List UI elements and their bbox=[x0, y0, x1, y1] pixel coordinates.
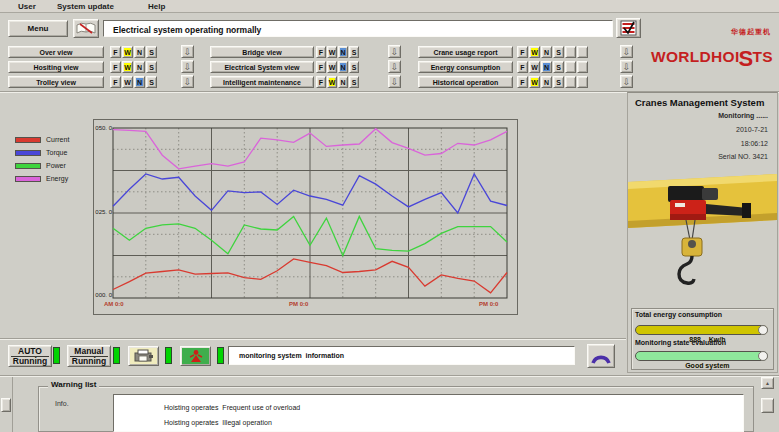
book-icon bbox=[75, 21, 97, 36]
legend-swatch-torque bbox=[15, 150, 41, 156]
status-text: Electrical system operating normally bbox=[113, 25, 261, 35]
warning-info-label: Info. bbox=[55, 400, 69, 407]
menu-user[interactable]: User bbox=[18, 2, 36, 11]
warning-list: Hoisting operates Frequent use of overlo… bbox=[113, 394, 744, 432]
monitoring-state-label: Monitoring state evaluation bbox=[635, 339, 726, 346]
toggle-w[interactable]: W bbox=[529, 61, 540, 73]
energy-evaluation-box: Total energy consumption 888 Kw/h Monito… bbox=[631, 308, 774, 370]
x-tick-left: AM 0:0 bbox=[104, 301, 124, 307]
legend-label-torque: Torque bbox=[46, 149, 67, 156]
y-tick-min: 000. 0 bbox=[94, 292, 112, 298]
toggle-blank[interactable] bbox=[577, 76, 588, 88]
gauge-button[interactable] bbox=[587, 344, 615, 368]
down-arrow-icon: ⇩ bbox=[623, 62, 631, 72]
toggle-blank[interactable] bbox=[577, 46, 588, 58]
toggle-w[interactable]: W bbox=[529, 46, 540, 58]
panel-title: Cranes Management System bbox=[635, 97, 764, 108]
alarm-person-icon bbox=[187, 349, 205, 364]
manual-running-button[interactable]: Manual Running bbox=[67, 345, 111, 367]
nav-button-energy-consumption[interactable]: Energy consumption bbox=[418, 61, 513, 73]
brand-logo-part: WORLDHOI bbox=[651, 48, 740, 65]
report-button[interactable] bbox=[616, 18, 641, 38]
serial-number-label: Serial NO. 3421 bbox=[718, 153, 768, 160]
x-tick-right: PM 0:0 bbox=[479, 301, 498, 307]
auto-status-indicator bbox=[53, 347, 60, 364]
date-label: 2010-7-21 bbox=[736, 126, 768, 133]
menu-help[interactable]: Help bbox=[148, 2, 165, 11]
alarm-button[interactable] bbox=[180, 346, 211, 366]
toggle-w[interactable]: W bbox=[529, 76, 540, 88]
energy-value-bar: 888 Kw/h bbox=[635, 325, 768, 335]
toggle-f[interactable]: F bbox=[517, 76, 528, 88]
monitoring-info-text: monitoring system information bbox=[239, 352, 344, 359]
manual-status-indicator bbox=[113, 347, 120, 364]
x-tick-mid: PM 0:0 bbox=[289, 301, 308, 307]
download-view-button[interactable]: ⇩ bbox=[620, 75, 633, 88]
report-check-icon bbox=[620, 20, 637, 36]
slider-knob-icon bbox=[758, 325, 768, 335]
menu-system-update[interactable]: System update bbox=[57, 2, 114, 11]
y-tick-mid: 025. 0 bbox=[94, 209, 112, 215]
trend-chart: 050. 0 025. 0 000. 0 AM 0:0 PM 0:0 PM 0:… bbox=[93, 119, 518, 315]
brand-logo-part: TS bbox=[752, 48, 772, 65]
toggle-blank[interactable] bbox=[565, 46, 576, 58]
menu-button[interactable]: Menu bbox=[8, 20, 68, 37]
toggle-blank[interactable] bbox=[565, 76, 576, 88]
manual-running-label: Running bbox=[68, 357, 110, 366]
total-energy-label: Total energy consumption bbox=[635, 311, 722, 318]
alarm-status-indicator bbox=[217, 347, 224, 364]
toggle-s[interactable]: S bbox=[553, 76, 564, 88]
splitter-handle[interactable] bbox=[1, 398, 11, 412]
divider bbox=[0, 338, 626, 340]
slider-knob-icon bbox=[758, 351, 768, 361]
warning-list-title: Warning list bbox=[48, 380, 99, 389]
legend-swatch-energy bbox=[15, 176, 41, 182]
legend-swatch-power bbox=[15, 163, 41, 169]
system-status-field[interactable]: Electrical system operating normally bbox=[103, 20, 613, 37]
scrollbar-thumb[interactable] bbox=[761, 398, 774, 413]
printer-icon bbox=[134, 349, 154, 363]
crane-hmi-window: { "menubar": { "items": ["User", "System… bbox=[0, 0, 779, 432]
toggle-f[interactable]: F bbox=[517, 61, 528, 73]
toggle-blank[interactable] bbox=[577, 61, 588, 73]
y-tick-max: 050. 0 bbox=[94, 125, 112, 131]
monitoring-status-label: Monitoring ...... bbox=[718, 112, 768, 119]
hoist-product-image bbox=[628, 168, 777, 303]
legend-swatch-current bbox=[15, 137, 41, 143]
monitoring-info-field[interactable]: monitoring system information bbox=[228, 346, 575, 365]
gauge-arch-icon bbox=[589, 348, 613, 366]
right-info-panel: Cranes Management System Monitoring ....… bbox=[627, 92, 778, 373]
divider bbox=[0, 375, 779, 377]
brand-logo: WORLDHOISTS bbox=[651, 42, 773, 68]
down-arrow-icon: ⇩ bbox=[623, 47, 631, 57]
download-view-button[interactable]: ⇩ bbox=[620, 60, 633, 73]
print-status-indicator bbox=[165, 347, 172, 364]
menubar: User System update Help bbox=[0, 0, 779, 13]
brand-chinese-text: 华德起重机 bbox=[731, 27, 771, 37]
time-label: 18:06:12 bbox=[741, 140, 768, 147]
toggle-blank[interactable] bbox=[565, 61, 576, 73]
down-arrow-icon: ⇩ bbox=[623, 77, 631, 87]
legend-label-current: Current bbox=[46, 136, 69, 143]
trend-chart-plot bbox=[94, 120, 519, 316]
nav-button-crane-usage-report[interactable]: Crane usage report bbox=[418, 46, 513, 58]
nav-button-historical-operation[interactable]: Historical operation bbox=[418, 76, 513, 88]
toggle-n[interactable]: N bbox=[541, 46, 552, 58]
toggle-n[interactable]: N bbox=[541, 61, 552, 73]
toggle-n[interactable]: N bbox=[541, 76, 552, 88]
state-value: Good system bbox=[685, 362, 729, 369]
auto-running-button[interactable]: AUTO Running bbox=[8, 345, 52, 367]
toggle-s[interactable]: S bbox=[553, 46, 564, 58]
toggle-s[interactable]: S bbox=[553, 61, 564, 73]
legend-label-power: Power bbox=[46, 162, 66, 169]
download-view-button[interactable]: ⇩ bbox=[620, 45, 633, 58]
legend-label-energy: Energy bbox=[46, 175, 68, 182]
toggle-f[interactable]: F bbox=[517, 46, 528, 58]
brand-panel: 华德起重机 WORLDHOISTS bbox=[645, 14, 775, 88]
up-arrow-icon: ▲ bbox=[765, 380, 770, 386]
brand-logo-hook-s: S bbox=[739, 46, 754, 71]
warning-item: Hoisting operates Illegal operation bbox=[164, 419, 272, 426]
print-report-button[interactable] bbox=[128, 346, 159, 366]
logbook-button[interactable] bbox=[73, 19, 99, 38]
scrollbar-up-button[interactable]: ▲ bbox=[761, 377, 774, 389]
